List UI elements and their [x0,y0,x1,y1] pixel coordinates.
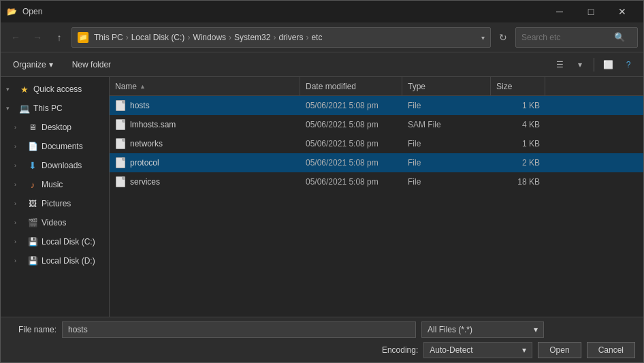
organize-button[interactable]: Organize ▾ [6,56,60,74]
sidebar-item-music[interactable]: › ♪ Music [1,175,109,194]
expand-icon: ▾ [6,105,16,112]
search-box: 🔍 [515,27,638,48]
file-name-protocol: protocol [110,153,300,172]
file-icon [115,138,126,149]
open-button[interactable]: Open [538,342,581,358]
address-dropdown-arrow[interactable]: ▾ [481,33,485,42]
videos-icon: 🎬 [27,217,39,229]
star-icon: ★ [18,83,31,95]
expand-icon: › [14,162,24,169]
computer-icon: 💻 [18,102,31,114]
filetype-dropdown[interactable]: All Files (*.*) ▾ [421,321,544,338]
sidebar-item-quick-access[interactable]: ▾ ★ Quick access [1,80,109,99]
file-type-networks: File [402,134,491,153]
pictures-icon: 🖼 [27,198,39,210]
crumb-system32: System32 [234,33,270,42]
file-row-services[interactable]: services 05/06/2021 5:08 pm File 18 KB [110,172,643,191]
file-date-networks: 05/06/2021 5:08 pm [300,134,402,153]
file-date-protocol: 05/06/2021 5:08 pm [300,153,402,172]
file-list: hosts 05/06/2021 5:08 pm File 1 KB lmhos… [110,96,643,317]
file-icon [115,157,126,168]
file-date-services: 05/06/2021 5:08 pm [300,172,402,191]
breadcrumb: This PC › Local Disk (C:) › Windows › Sy… [94,33,322,42]
file-row-hosts[interactable]: hosts 05/06/2021 5:08 pm File 1 KB [110,96,643,115]
bottom-bar: File name: All Files (*.*) ▾ Encoding: A… [1,317,643,362]
maximize-button[interactable]: □ [575,1,607,22]
file-size-hosts: 1 KB [491,96,545,115]
file-row-networks[interactable]: networks 05/06/2021 5:08 pm File 1 KB [110,134,643,153]
crumb-etc: etc [311,33,322,42]
open-dialog: 📂 Open ─ □ ✕ ← → ↑ 📁 This PC › Local Dis… [0,0,644,363]
encoding-dropdown[interactable]: Auto-Detect ▾ [423,342,532,358]
titlebar: 📂 Open ─ □ ✕ [1,1,643,22]
file-type-protocol: File [402,153,491,172]
file-icon [115,176,126,187]
file-type-hosts: File [402,96,491,115]
up-button[interactable]: ↑ [50,28,69,47]
filetype-dropdown-arrow: ▾ [534,325,538,334]
preview-button[interactable]: ⬜ [598,56,617,74]
file-name-services: services [110,172,300,191]
main-content: ▾ ★ Quick access ▾ 💻 This PC › 🖥 Desktop… [1,77,643,317]
forward-button[interactable]: → [28,28,47,47]
folder-icon: 📁 [78,32,88,43]
sidebar-item-downloads[interactable]: › ⬇ Downloads [1,156,109,175]
toolbar: Organize ▾ New folder ☰ ▾ ⬜ ? [1,52,643,77]
file-name-lmhosts: lmhosts.sam [110,115,300,134]
music-icon: ♪ [27,178,39,191]
sidebar-item-documents[interactable]: › 📄 Documents [1,137,109,156]
file-size-protocol: 2 KB [491,153,545,172]
toolbar-separator [594,58,594,72]
crumb-drivers: drivers [278,33,303,42]
filename-input[interactable] [62,321,416,338]
sidebar-item-pictures[interactable]: › 🖼 Pictures [1,194,109,213]
window-icon: 📂 [6,6,17,17]
new-folder-button[interactable]: New folder [65,56,118,74]
search-input[interactable] [521,33,610,42]
sidebar-item-videos[interactable]: › 🎬 Videos [1,213,109,232]
expand-icon: › [14,219,24,226]
sidebar-item-local-disk-d[interactable]: › 💾 Local Disk (D:) [1,251,109,270]
back-button[interactable]: ← [6,28,25,47]
view-details-button[interactable]: ☰ [550,56,569,74]
expand-icon: › [14,238,24,245]
column-header-name[interactable]: Name ▲ [110,77,300,96]
navbar: ← → ↑ 📁 This PC › Local Disk (C:) › Wind… [1,22,643,52]
file-size-services: 18 KB [491,172,545,191]
encoding-dropdown-arrow: ▾ [522,345,526,355]
file-row-protocol[interactable]: protocol 05/06/2021 5:08 pm File 2 KB [110,153,643,172]
search-icon: 🔍 [614,32,625,42]
encoding-row: Encoding: Auto-Detect ▾ Open Cancel [9,342,635,358]
disk-d-icon: 💾 [27,255,39,267]
close-button[interactable]: ✕ [607,1,638,22]
cancel-button[interactable]: Cancel [587,342,635,358]
documents-icon: 📄 [27,140,39,153]
crumb-localdisk: Local Disk (C:) [131,33,185,42]
address-bar[interactable]: 📁 This PC › Local Disk (C:) › Windows › … [71,27,491,48]
file-list-header: Name ▲ Date modified Type Size [110,77,643,96]
expand-icon: › [14,124,24,131]
view-dropdown-button[interactable]: ▾ [570,56,590,74]
expand-icon: › [14,257,24,264]
titlebar-controls: ─ □ ✕ [544,1,638,22]
file-icon [115,100,126,111]
sidebar-item-desktop[interactable]: › 🖥 Desktop [1,118,109,137]
file-size-lmhosts: 4 KB [491,115,545,134]
column-header-type[interactable]: Type [402,77,491,96]
sidebar-item-local-disk-c[interactable]: › 💾 Local Disk (C:) [1,232,109,251]
minimize-button[interactable]: ─ [544,1,575,22]
sidebar: ▾ ★ Quick access ▾ 💻 This PC › 🖥 Desktop… [1,77,110,317]
refresh-button[interactable]: ↻ [494,28,513,47]
filename-label: File name: [9,325,57,334]
file-date-lmhosts: 05/06/2021 5:08 pm [300,115,402,134]
column-header-size[interactable]: Size [491,77,545,96]
help-button[interactable]: ? [619,56,638,74]
sort-icon: ▲ [140,83,146,90]
toolbar-right: ☰ ▾ ⬜ ? [550,56,638,74]
file-row-lmhosts[interactable]: lmhosts.sam 05/06/2021 5:08 pm SAM File … [110,115,643,134]
sidebar-item-this-pc[interactable]: ▾ 💻 This PC [1,99,109,118]
disk-c-icon: 💾 [27,236,39,248]
downloads-icon: ⬇ [27,159,39,172]
crumb-windows: Windows [193,33,226,42]
column-header-date[interactable]: Date modified [300,77,402,96]
